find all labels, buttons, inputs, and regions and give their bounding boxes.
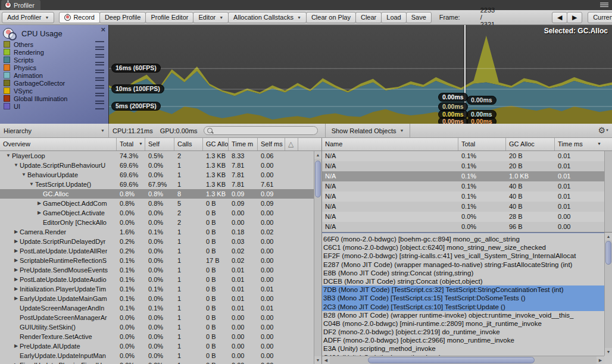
callstack-vertical-scrollbar[interactable]: ▲ ▼ — [604, 233, 612, 356]
object-row[interactable]: N/A0.1%20 B0.01 — [322, 151, 604, 161]
callstack-line[interactable]: C04B (mono-2.0-bdwgc) [mini-runtime.c:28… — [322, 319, 604, 328]
column-header-overview[interactable]: Overview — [0, 138, 117, 150]
legend-item[interactable]: Others — [0, 40, 108, 48]
tree-expand-icon[interactable]: ▶ — [13, 237, 20, 246]
column-header-name[interactable]: Name — [322, 138, 458, 150]
add-profiler-dropdown[interactable]: Add Profiler ▼ — [2, 12, 54, 23]
scroll-up-icon[interactable]: ▲ — [605, 233, 612, 240]
column-header-gc-alloc[interactable]: GC Allo — [203, 138, 229, 150]
legend-item[interactable]: Global Illumination — [0, 95, 108, 102]
tree-expand-icon[interactable]: ▶ — [13, 265, 20, 275]
callstack-line[interactable]: E3A (Unity) scripting_method_invoke — [322, 344, 604, 353]
tree-collapse-icon[interactable]: ▼ — [20, 170, 27, 180]
tree-expand-icon[interactable]: ▶ — [13, 246, 20, 256]
tab-profiler[interactable]: Profiler — [1, 0, 40, 10]
callstack-horizontal-scrollbar[interactable]: ◀ ▶ — [322, 356, 604, 364]
hierarchy-row[interactable]: ▼PlayerLoop74.3%0.5%21.3 KB8.330.06 — [0, 151, 314, 161]
gear-icon[interactable]: ⚙▼ — [598, 125, 609, 136]
hierarchy-row[interactable]: ▶Camera.Render1.6%0.1%10 B0.180.02 — [0, 227, 314, 237]
object-row[interactable]: N/A0.1%40 B0.01 — [322, 192, 604, 202]
callstack-line[interactable]: DCEB (Mono JIT Code) string:Concat (obje… — [322, 277, 604, 285]
object-row[interactable]: N/A0.0%96 B0.00 — [322, 222, 604, 232]
column-header-self-ms[interactable]: Self ms — [258, 138, 285, 150]
hierarchy-row[interactable]: GUIUtility.SetSkin()0.0%0.0%10 B0.000.00 — [0, 322, 314, 332]
drag-handle-icon[interactable] — [95, 57, 104, 63]
hierarchy-row[interactable]: ▼BehaviourUpdate69.6%0.0%11.3 KB7.810.00 — [0, 170, 314, 180]
tree-expand-icon[interactable]: ▶ — [13, 275, 20, 284]
tree-collapse-icon[interactable]: ▼ — [13, 161, 20, 170]
hierarchy-row[interactable]: ▶FixedUpdate.PhysicsFixedUp0.0%0.0%10 B0… — [0, 360, 314, 364]
next-frame-button[interactable]: ▶ — [567, 12, 582, 23]
column-header-total[interactable]: Total — [458, 138, 506, 150]
callstack-line[interactable]: E8B (Mono JIT Code) string:Concat (strin… — [322, 269, 604, 277]
cpu-chart[interactable]: 16ms (60FPS)10ms (100FPS)5ms (200FPS) 0.… — [109, 25, 612, 124]
legend-item[interactable]: VSync — [0, 87, 108, 95]
column-header-gc-alloc[interactable]: GC Alloc — [506, 138, 555, 150]
editor-dropdown[interactable]: Editor▼ — [193, 12, 229, 23]
objects-vertical-scrollbar[interactable] — [604, 151, 612, 232]
hierarchy-row[interactable]: ▶EarlyUpdate.UpdateMainGam0.1%0.0%10 B0.… — [0, 294, 314, 303]
hierarchy-row[interactable]: ▶PostLateUpdate.UpdateAudio0.1%0.0%10 B0… — [0, 275, 314, 284]
column-header-self[interactable]: Self — [145, 138, 174, 150]
callstack-area[interactable]: 66F0 (mono-2.0-bdwgc) [boehm-gc.c:894] m… — [322, 233, 604, 356]
hierarchy-row[interactable]: RenderTexture.SetActive0.0%0.0%10 B0.000… — [0, 332, 314, 341]
callstack-line[interactable]: B28 (Mono JIT Code) (wrapper runtime-inv… — [322, 311, 604, 319]
drag-handle-icon[interactable] — [95, 87, 104, 94]
clear-on-play-button[interactable]: Clear on Play — [306, 12, 356, 23]
deep-profile-button[interactable]: Deep Profile — [99, 12, 146, 23]
callstack-line[interactable]: 3B3 (Mono JIT Code) [TestScript.cs:15] T… — [322, 294, 604, 302]
legend-item[interactable]: GarbageCollector — [0, 79, 108, 87]
callstack-line[interactable]: C6C1 (mono-2.0-bdwgc) [object.c:6240] mo… — [322, 243, 604, 252]
object-row[interactable]: N/A0.1%20 B0.01 — [322, 161, 604, 171]
tree-expand-icon[interactable]: ▶ — [13, 256, 20, 265]
scroll-down-icon[interactable]: ▼ — [314, 356, 321, 364]
tree-expand-icon[interactable]: ▶ — [13, 294, 20, 303]
column-header-total[interactable]: Total▼ — [117, 138, 145, 150]
column-header-time-ms[interactable]: Time m — [229, 138, 258, 150]
legend-item[interactable]: Rendering — [0, 48, 108, 56]
object-row[interactable]: N/A0.0%28 B0.00 — [322, 212, 604, 222]
hierarchy-row[interactable]: ▶GameObject.Activate0.0%0.0%20 B0.000.00 — [0, 208, 314, 218]
legend-item[interactable]: Animation — [0, 71, 108, 79]
scroll-up-icon[interactable]: ▲ — [314, 151, 321, 159]
legend-item[interactable]: Physics — [0, 64, 108, 71]
tree-expand-icon[interactable]: ▶ — [36, 208, 43, 218]
legend-item[interactable]: Scripts — [0, 56, 108, 64]
scroll-down-icon[interactable]: ▼ — [605, 348, 612, 356]
scrollbar-thumb[interactable] — [315, 161, 321, 197]
callstack-line[interactable]: DF2 (mono-2.0-bdwgc) [object.c:2919] do_… — [322, 328, 604, 336]
hierarchy-row[interactable]: EditorOnly [CheckAllo0.0%0.0%20 B0.000.0… — [0, 218, 314, 227]
hierarchy-row[interactable]: PostUpdateScreenManagerAr0.0%0.0%10 B0.0… — [0, 313, 314, 322]
scrollbar-thumb[interactable] — [368, 357, 535, 363]
scrollbar-thumb[interactable] — [605, 241, 611, 265]
allocation-callstacks-dropdown[interactable]: Allocation Callstacks▼ — [228, 12, 307, 23]
hierarchy-row[interactable]: ▶PreUpdate.SendMouseEvents0.1%0.0%10 B0.… — [0, 265, 314, 275]
column-header-time-ms[interactable]: Time ms▼ — [555, 138, 612, 150]
record-button[interactable]: Record — [59, 12, 99, 23]
hierarchy-row[interactable]: ▶PreUpdate.AIUpdate0.0%0.0%10 B0.000.00 — [0, 341, 314, 351]
tree-expand-icon[interactable]: ▶ — [36, 199, 43, 208]
profile-editor-button[interactable]: Profile Editor — [145, 12, 193, 23]
hierarchy-row[interactable]: ▼TestScript.Update()69.6%67.9%11.3 KB7.8… — [0, 180, 314, 189]
drag-handle-icon[interactable] — [95, 64, 104, 71]
tree-expand-icon[interactable]: ▶ — [13, 341, 20, 351]
current-frame-button[interactable]: Current — [588, 12, 612, 23]
scroll-right-icon[interactable]: ▶ — [597, 356, 604, 364]
drag-handle-icon[interactable] — [95, 80, 104, 86]
hierarchy-vertical-scrollbar[interactable]: ▲ ▼ — [314, 151, 321, 364]
drag-handle-icon[interactable] — [95, 103, 104, 109]
tree-collapse-icon[interactable]: ▼ — [5, 151, 12, 161]
drag-handle-icon[interactable] — [95, 95, 104, 102]
drag-handle-icon[interactable] — [95, 41, 104, 48]
save-button[interactable]: Save — [406, 12, 432, 23]
hierarchy-row[interactable]: GC.Alloc0.8%0.8%81.3 KB0.090.09 — [0, 189, 314, 199]
tree-expand-icon[interactable]: ▶ — [13, 360, 20, 364]
tree-collapse-icon[interactable]: ▼ — [28, 180, 35, 189]
callstack-line[interactable]: ADFF (mono-2.0-bdwgc) [object.c:2966] mo… — [322, 336, 604, 344]
callstack-line[interactable]: EF2F (mono-2.0-bdwgc) [string-icalls.c:4… — [322, 252, 604, 260]
tree-expand-icon[interactable]: ▶ — [13, 227, 20, 237]
clear-button[interactable]: Clear — [355, 12, 382, 23]
legend-item[interactable]: UI — [0, 102, 108, 110]
search-input[interactable] — [204, 126, 318, 135]
hierarchy-row[interactable]: EarlyUpdate.UpdateInputMan0.0%0.0%10 B0.… — [0, 351, 314, 360]
